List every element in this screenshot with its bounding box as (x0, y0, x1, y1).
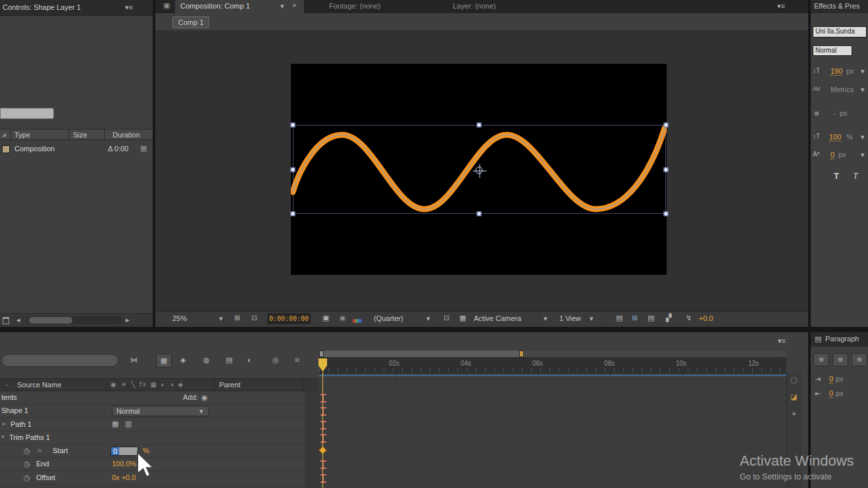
snapshot-camera-icon[interactable]: ▣ (322, 314, 329, 322)
leading-value[interactable]: - (833, 109, 836, 117)
selection-handle[interactable] (291, 212, 295, 216)
path1-collapse-icon[interactable]: ▸ (3, 420, 6, 427)
work-area-bar[interactable] (320, 351, 523, 357)
timeline-button-icon[interactable]: ▤ (648, 314, 654, 322)
layer-bar[interactable] (320, 394, 326, 403)
frame-blend-icon[interactable]: ◍ (203, 356, 210, 364)
layer-bar[interactable] (320, 421, 326, 429)
source-name-header[interactable]: Source Name (17, 381, 61, 389)
scroll-right-icon[interactable]: ▸ (126, 316, 130, 324)
layer-bar[interactable] (320, 434, 326, 443)
baseline-shift-value[interactable]: 0 (830, 151, 834, 159)
effects-presets-tab[interactable]: Effects & Pres (811, 0, 868, 13)
layer-bar[interactable] (320, 474, 326, 483)
view-dropdown-icon[interactable]: ▾ (590, 314, 594, 323)
faux-bold-button[interactable]: T (834, 171, 839, 181)
selection-handle[interactable] (477, 123, 482, 128)
h-scroll-thumb[interactable] (29, 317, 72, 324)
baseline-dropdown-icon[interactable]: ▾ (861, 151, 865, 159)
align-right-button[interactable]: ≡ (852, 353, 867, 366)
track-area[interactable] (319, 373, 786, 488)
font-family-field[interactable]: Uni Ila.Sunda (813, 26, 867, 37)
column-duration[interactable]: Duration (113, 131, 140, 139)
align-left-button[interactable]: ≡ (813, 353, 829, 366)
view-layout-select[interactable]: 1 View (559, 314, 581, 322)
resolution-dropdown-icon[interactable]: ▾ (426, 314, 430, 323)
exposure-value[interactable]: +0.0 (699, 314, 713, 322)
indent-right-value[interactable]: 0 (829, 389, 833, 398)
selection-handle[interactable] (477, 212, 482, 216)
selection-handle[interactable] (664, 123, 669, 128)
fast-preview-icon[interactable]: ↯ (686, 314, 692, 322)
start-graph-icon[interactable]: ≈ (38, 446, 42, 455)
camera-select[interactable]: Active Camera (474, 314, 521, 322)
auto-keyframe-icon[interactable]: ◎ (272, 356, 279, 364)
composition-row[interactable]: Composition Δ 0:00 ▦ (0, 143, 153, 156)
h-scroll-track[interactable] (26, 316, 122, 324)
effect-controls-light-button[interactable] (0, 108, 54, 119)
blend-mode-dropdown[interactable]: Normal ▾ (112, 406, 209, 416)
start-stopwatch-icon[interactable]: ◷ (24, 447, 30, 455)
offset-stopwatch-icon[interactable]: ◷ (24, 474, 30, 482)
end-value[interactable]: 100.0% (112, 460, 136, 468)
start-value-field[interactable]: 0 (111, 447, 138, 456)
offset-value[interactable]: 0x +0.0 (112, 474, 136, 481)
tab-group-icon[interactable]: ▣ (163, 1, 170, 10)
roi-icon[interactable]: ⊡ (251, 314, 257, 322)
add-button-icon[interactable]: ◉ (201, 393, 208, 402)
layer-bar[interactable] (320, 407, 326, 416)
trash-icon[interactable] (3, 317, 9, 324)
align-center-button[interactable]: ≡ (832, 353, 848, 366)
viewer-panel-menu-icon[interactable]: ▾≡ (777, 2, 785, 11)
timeline-search-input[interactable] (1, 354, 118, 367)
selection-handle[interactable] (291, 168, 295, 172)
font-size-value[interactable]: 190 (830, 67, 842, 76)
scroll-left-icon[interactable]: ◂ (16, 316, 20, 324)
tab-layer-label[interactable]: Layer: (none) (453, 2, 496, 10)
row-path1[interactable]: ▸ Path 1 ▦ ▥ (0, 418, 305, 431)
scroll-up-icon[interactable]: ▲ (791, 410, 797, 416)
kerning-dropdown-icon[interactable]: ▾ (861, 85, 865, 94)
sort-icon[interactable]: ◢ (2, 132, 6, 137)
channel-icon[interactable] (354, 316, 362, 324)
flowchart-icon[interactable]: ▞ (666, 314, 671, 322)
motion-blur-icon[interactable]: ◐ (247, 356, 252, 364)
tab-composition[interactable]: Composition: Comp 1 ▾ × (175, 0, 304, 13)
tab-close-icon[interactable]: × (292, 1, 296, 9)
cti-line[interactable] (322, 372, 323, 488)
timecode-field[interactable]: 0:00:00:00 (267, 313, 311, 324)
pixel-aspect-icon[interactable]: ⊞ (632, 314, 638, 322)
comp-marker-icon[interactable]: ◪ (790, 393, 797, 401)
work-area-end-handle[interactable] (519, 351, 524, 357)
vertical-scale-dropdown-icon[interactable]: ▾ (861, 133, 865, 141)
path-direction-icon[interactable]: ▦ (112, 420, 118, 428)
zoom-select[interactable]: 25% (172, 314, 187, 322)
timeline-panel-menu-icon[interactable]: ▾≡ (778, 337, 786, 345)
work-area-start-handle[interactable] (319, 351, 324, 357)
font-style-field[interactable]: Normal (813, 45, 852, 56)
layer-bar[interactable] (320, 460, 326, 469)
shy-icon[interactable]: ◈ (180, 356, 186, 364)
brainstorm-icon[interactable]: ▤ (226, 356, 232, 364)
view-options-icon[interactable]: ▤ (616, 314, 623, 322)
switches-header-icons[interactable]: ◉ ☀ ╲ fx ▦ ◐ ◑ ◈ (111, 381, 184, 388)
resolution-select[interactable]: (Quarter) (374, 314, 403, 322)
tab-dropdown-icon[interactable]: ▾ (280, 2, 284, 11)
row-contents[interactable]: tents Add: ◉ (0, 391, 305, 404)
paragraph-header[interactable]: ▤ Paragraph (811, 332, 868, 347)
trim-expand-icon[interactable]: ▾ (1, 433, 5, 440)
column-type[interactable]: Type (14, 131, 30, 139)
path-mask-icon[interactable]: ▥ (125, 420, 132, 428)
graph-editor-icon[interactable]: ≈ (295, 354, 300, 365)
font-size-dropdown-icon[interactable]: ▾ (861, 67, 865, 76)
panel-menu-icon[interactable]: ▾≡ (125, 3, 133, 12)
region-icon[interactable]: ⊡ (444, 314, 449, 322)
grid-guides-icon[interactable]: ⊞ (234, 314, 240, 322)
zoom-dropdown-icon[interactable]: ▾ (219, 314, 223, 323)
page-icon[interactable]: ▢ (790, 376, 797, 384)
column-size[interactable]: Size (73, 131, 87, 139)
row-trim-paths[interactable]: ▾ Trim Paths 1 (0, 431, 305, 445)
transparency-grid-icon[interactable]: ▦ (459, 314, 466, 322)
kerning-value[interactable]: Metrics (830, 85, 854, 93)
indent-left-value[interactable]: 0 (829, 375, 833, 383)
